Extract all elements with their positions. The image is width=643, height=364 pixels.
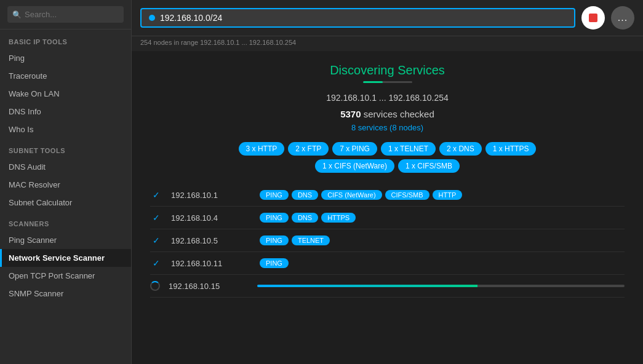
sidebar-item-network-service-scanner[interactable]: Network Service Scanner	[0, 249, 131, 267]
tag-ftp: 2 x FTP	[288, 142, 329, 156]
section-scanners: SCANNERS Ping Scanner Network Service Sc…	[0, 212, 131, 303]
address-bar	[140, 8, 575, 28]
result-tags-4: PING	[260, 258, 289, 268]
service-tag-ping-1: PING	[260, 190, 289, 200]
address-dot	[149, 15, 155, 21]
result-row-3: ✓ 192.168.10.5 PING TELNET	[150, 229, 625, 252]
services-label-text: services checked	[364, 109, 434, 119]
tag-ping: 7 x PING	[332, 142, 377, 156]
tag-cifs-smb: 1 x CIFS/SMB	[398, 159, 460, 173]
service-tag-ping-4: PING	[260, 258, 289, 268]
sidebar-item-dns-info[interactable]: DNS Info	[0, 103, 131, 121]
services-count: 5370	[340, 109, 361, 119]
result-ip-4: 192.168.10.11	[171, 259, 251, 268]
spin-icon-5	[150, 281, 160, 291]
section-header-scanners: SCANNERS	[0, 212, 131, 231]
tag-http: 3 x HTTP	[239, 142, 285, 156]
section-header-basic-ip-tools: BASIC IP TOOLS	[0, 30, 131, 49]
service-tag-http-1: HTTP	[433, 190, 463, 200]
service-tag-telnet-3: TELNET	[292, 235, 330, 245]
tag-https: 1 x HTTPS	[485, 142, 537, 156]
result-ip-3: 192.168.10.5	[171, 236, 251, 245]
result-row-4: ✓ 192.168.10.11 PING	[150, 252, 625, 275]
check-icon-3: ✓	[150, 235, 162, 245]
result-tags-1: PING DNS CIFS (NetWare) CIFS/SMB HTTP	[260, 190, 462, 200]
service-tag-https-2: HTTPS	[321, 213, 356, 223]
results-area: ✓ 192.168.10.1 PING DNS CIFS (NetWare) C…	[150, 184, 625, 298]
progress-bar-container	[363, 81, 412, 83]
discovering-title: Discovering Services	[150, 63, 625, 77]
search-container: 🔍	[0, 0, 131, 30]
range-info: 254 nodes in range 192.168.10.1 ... 192.…	[132, 36, 643, 51]
sidebar-item-ping-scanner[interactable]: Ping Scanner	[0, 231, 131, 249]
service-tag-cifs-netware-1: CIFS (NetWare)	[321, 190, 381, 200]
content-area: Discovering Services 192.168.10.1 ... 19…	[132, 51, 643, 364]
sidebar-item-traceroute[interactable]: Traceroute	[0, 67, 131, 85]
tag-dns: 2 x DNS	[439, 142, 482, 156]
result-tags-3: PING TELNET	[260, 235, 330, 245]
sidebar-item-subnet-calculator[interactable]: Subnet Calculator	[0, 194, 131, 212]
result-ip-2: 192.168.10.4	[171, 213, 251, 223]
section-subnet-tools: SUBNET TOOLS DNS Audit MAC Resolver Subn…	[0, 138, 131, 212]
sidebar-item-who-is[interactable]: Who Is	[0, 121, 131, 138]
result-row-2: ✓ 192.168.10.4 PING DNS HTTPS	[150, 207, 625, 229]
tags-row: 3 x HTTP 2 x FTP 7 x PING 1 x TELNET 2 x…	[150, 142, 625, 156]
sidebar-item-dns-audit[interactable]: DNS Audit	[0, 158, 131, 176]
service-tag-dns-2: DNS	[292, 213, 318, 223]
ip-range-text: 192.168.10.1 ... 192.168.10.254	[150, 93, 625, 103]
sidebar-item-ping[interactable]: Ping	[0, 49, 131, 67]
result-row-1: ✓ 192.168.10.1 PING DNS CIFS (NetWare) C…	[150, 184, 625, 207]
service-tag-ping-3: PING	[260, 235, 289, 245]
sidebar-item-wake-on-lan[interactable]: Wake On LAN	[0, 85, 131, 103]
progress-bar-fill	[363, 81, 383, 83]
services-nodes: 8 services (8 nodes)	[150, 123, 625, 132]
service-tag-cifs-smb-1: CIFS/SMB	[385, 190, 429, 200]
search-input[interactable]	[7, 6, 124, 23]
check-icon-1: ✓	[150, 190, 162, 200]
address-input[interactable]	[160, 13, 567, 23]
more-button[interactable]: ...	[611, 6, 634, 30]
result-ip-5: 192.168.10.15	[169, 282, 249, 291]
check-icon-4: ✓	[150, 258, 162, 268]
sidebar-item-snmp-scanner[interactable]: SNMP Scanner	[0, 285, 131, 303]
tags-row-2: 1 x CIFS (NetWare) 1 x CIFS/SMB	[150, 159, 625, 173]
result-tags-2: PING DNS HTTPS	[260, 213, 356, 223]
services-checked: 5370 services checked	[150, 109, 625, 119]
sidebar-item-mac-resolver[interactable]: MAC Resolver	[0, 176, 131, 194]
tag-telnet: 1 x TELNET	[381, 142, 436, 156]
sidebar-item-open-tcp-port-scanner[interactable]: Open TCP Port Scanner	[0, 267, 131, 285]
result-row-5: 192.168.10.15	[150, 275, 625, 298]
scanning-bar-5	[257, 285, 625, 287]
service-tag-dns-1: DNS	[292, 190, 318, 200]
topbar: ...	[132, 0, 643, 36]
search-icon: 🔍	[12, 10, 22, 19]
main-panel: ... 254 nodes in range 192.168.10.1 ... …	[132, 0, 643, 364]
sidebar: 🔍 BASIC IP TOOLS Ping Traceroute Wake On…	[0, 0, 132, 364]
result-ip-1: 192.168.10.1	[171, 191, 251, 200]
tag-cifs-netware: 1 x CIFS (NetWare)	[315, 159, 394, 173]
stop-button[interactable]	[581, 6, 605, 30]
service-tag-ping-2: PING	[260, 213, 289, 223]
check-icon-2: ✓	[150, 213, 162, 223]
section-basic-ip-tools: BASIC IP TOOLS Ping Traceroute Wake On L…	[0, 30, 131, 138]
stop-icon	[589, 14, 597, 22]
section-header-subnet-tools: SUBNET TOOLS	[0, 138, 131, 158]
